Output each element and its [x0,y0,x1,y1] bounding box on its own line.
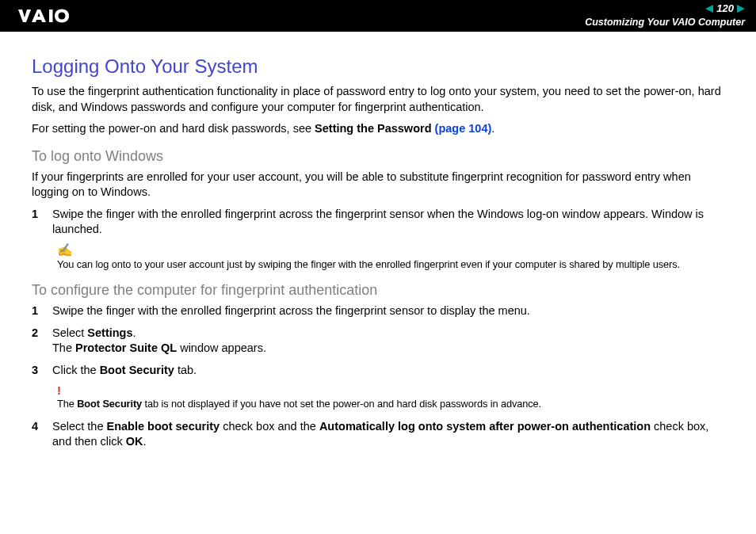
t: The [57,398,77,410]
t: tab. [174,364,197,376]
intro-paragraph-2: For setting the power-on and hard disk p… [32,121,724,137]
heading-configure-fingerprint: To configure the computer for fingerprin… [32,282,724,299]
warning-icon: ! [57,384,724,396]
page-number: 120 [716,2,734,15]
t: check box and the [220,420,319,433]
bold-boot-security: Boot Security [100,364,174,376]
sectionB-step1: 1 Swipe the finger with the enrolled fin… [32,303,724,319]
t: . [143,435,146,448]
intro2-suffix: . [491,122,494,135]
page-content: Logging Onto Your System To use the fing… [0,32,756,472]
intro-paragraph-1: To use the fingerprint authentication fu… [32,84,724,115]
t: . [133,326,136,339]
page-title: Logging Onto Your System [32,55,724,78]
note-text: You can log onto to your user account ju… [57,258,680,270]
bold-boot-security-warn: Boot Security [77,398,142,410]
sectionA-step1: 1 Swipe the finger with the enrolled fin… [32,207,724,238]
note-icon: ✍ [57,244,724,257]
sectionA-para: If your fingerprints are enrolled for yo… [32,170,724,200]
t: tab is not displayed if you have not set… [142,398,541,410]
next-page-icon[interactable] [737,5,745,13]
bold-protector-suite: Protector Suite QL [75,341,177,354]
section-name: Customizing Your VAIO Computer [585,17,745,29]
sectionB-step4: 4 Select the Enable boot security check … [32,419,724,450]
bold-ok: OK [126,435,143,448]
bold-settings: Settings [87,326,132,339]
step-number: 1 [32,303,52,319]
step-number: 2 [32,326,52,357]
t: Select [52,326,87,339]
step-text: Swipe the finger with the enrolled finge… [52,207,724,238]
t: window appears. [177,341,266,354]
intro2-prefix: For setting the power-on and hard disk p… [32,122,315,135]
step-text: Select Settings. The Protector Suite QL … [52,326,724,357]
step-number: 1 [32,207,52,238]
step-number: 3 [32,363,52,379]
bold-enable-boot-security: Enable boot security [107,420,220,433]
bold-auto-logon: Automatically log onto system after powe… [319,420,651,433]
heading-log-onto-windows: To log onto Windows [32,148,724,165]
header-right: 120 Customizing Your VAIO Computer [585,2,745,29]
sectionB-step2: 2 Select Settings. The Protector Suite Q… [32,326,724,357]
sectionA-note: ✍ You can log onto to your user account … [32,244,724,271]
step-number: 4 [32,419,52,450]
header-bar: 120 Customizing Your VAIO Computer [0,0,756,32]
t: The [52,341,75,354]
sectionB-warning: ! The Boot Security tab is not displayed… [32,384,724,410]
t: Select the [52,420,107,433]
step-text: Select the Enable boot security check bo… [52,419,724,450]
vaio-logo [14,9,101,23]
warning-text: The Boot Security tab is not displayed i… [57,398,541,410]
step-text: Click the Boot Security tab. [52,363,724,379]
prev-page-icon[interactable] [705,5,713,13]
step-text: Swipe the finger with the enrolled finge… [52,303,724,319]
intro2-bold: Setting the Password [315,122,431,135]
page-104-link[interactable]: (page 104) [435,122,492,135]
svg-rect-0 [49,10,53,22]
sectionB-step3: 3 Click the Boot Security tab. [32,363,724,379]
page-nav: 120 [585,2,745,15]
t: Click the [52,364,100,376]
